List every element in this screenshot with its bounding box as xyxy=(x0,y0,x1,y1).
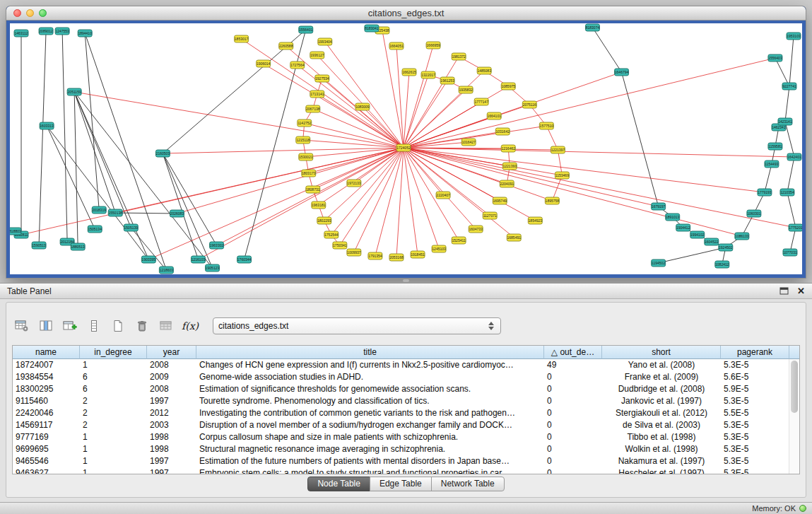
graph-node[interactable]: 1713141 xyxy=(310,90,324,98)
graph-node[interactable]: 8183041 xyxy=(365,25,379,32)
graph-node[interactable]: 1808731 xyxy=(306,186,320,193)
graph-node[interactable]: 1664051 xyxy=(389,42,404,49)
zoom-window-button[interactable] xyxy=(39,9,47,17)
table-row[interactable]: 946362711997Embryonic stem cells: a mode… xyxy=(13,467,799,474)
graph-node[interactable]: 1603313 xyxy=(40,122,54,129)
show-columns-button[interactable] xyxy=(36,317,56,335)
tab-node-table[interactable]: Node Table xyxy=(307,477,370,491)
close-window-button[interactable] xyxy=(13,9,21,17)
graph-node[interactable]: 1760344 xyxy=(237,256,252,263)
network-canvas[interactable]: 1724052185301719060142260588172756419361… xyxy=(10,23,802,274)
graph-node[interactable]: 1642401 xyxy=(787,153,801,160)
graph-node[interactable]: 1695749 xyxy=(493,197,507,204)
graph-node[interactable]: 1221393 xyxy=(502,163,517,170)
graph-node[interactable]: 1077031 xyxy=(783,249,797,256)
graph-node[interactable]: 1662615 xyxy=(402,69,416,76)
graph-node[interactable]: 2160503 xyxy=(155,150,170,157)
table-row[interactable]: 969969511998Structural magnetic resonanc… xyxy=(13,443,799,455)
graph-node[interactable]: 1895758 xyxy=(545,197,559,204)
graph-node[interactable]: 1906014 xyxy=(257,60,271,67)
graph-node[interactable]: 1664101 xyxy=(487,112,501,119)
graph-node[interactable]: 1423141 xyxy=(778,118,792,125)
graph-node[interactable]: 1854923 xyxy=(528,217,542,224)
graph-node[interactable]: 1777147 xyxy=(474,98,488,105)
new-table-button[interactable] xyxy=(108,317,128,335)
function-builder-button[interactable]: f(x) xyxy=(180,317,200,335)
scrollbar-thumb[interactable] xyxy=(791,361,798,413)
graph-node[interactable]: 1247553 xyxy=(55,28,69,35)
graph-node[interactable]: 1221397 xyxy=(551,146,565,153)
graph-node[interactable]: 1550138 xyxy=(108,209,122,216)
graph-node[interactable]: 1927534 xyxy=(315,75,329,82)
graph-node[interactable]: 1646794 xyxy=(615,69,629,76)
table-row[interactable]: 1872400712008Changes of HCN gene express… xyxy=(13,359,799,371)
column-header-year[interactable]: year xyxy=(147,346,196,359)
table-row[interactable]: 977716911998Corpus callosum shape and si… xyxy=(13,431,799,443)
graph-node[interactable]: 1905123 xyxy=(205,264,219,271)
table-selector-dropdown[interactable]: citations_edges.txt xyxy=(213,317,501,334)
graph-node[interactable]: 2026083 xyxy=(170,210,184,217)
table-row[interactable]: 946554611997Estimation of the future num… xyxy=(13,455,799,467)
graph-node[interactable]: 1779193 xyxy=(758,189,772,196)
close-panel-button[interactable]: ✕ xyxy=(797,286,805,296)
graph-node[interactable]: 1590513 xyxy=(32,242,46,249)
table-row[interactable]: 2242004622012Investigating the contribut… xyxy=(13,407,799,419)
graph-node[interactable]: 1009937 xyxy=(347,249,361,256)
column-header-in_degree[interactable]: in_degree xyxy=(80,346,147,359)
table-row[interactable]: 911546021997Tourette syndrome. Phenomeno… xyxy=(13,395,799,407)
graph-node[interactable]: 1604733 xyxy=(469,226,483,233)
graph-node[interactable]: 1245103 xyxy=(432,245,446,252)
graph-node[interactable]: 1752544 xyxy=(324,231,339,238)
table-row[interactable]: 1830029562008Estimation of significance … xyxy=(13,383,799,395)
column-header-short[interactable]: short xyxy=(602,346,721,359)
graph-node[interactable]: 1918451 xyxy=(411,251,425,258)
graph-node[interactable]: 1750341 xyxy=(333,242,347,249)
graph-node[interactable]: 1993404 xyxy=(318,38,332,45)
graph-node[interactable]: 1891013 xyxy=(666,214,680,221)
graph-node[interactable]: 1666959 xyxy=(426,42,440,49)
column-header-pagerank[interactable]: pagerank xyxy=(721,346,789,359)
graph-node[interactable]: 1216103 xyxy=(191,256,205,263)
graph-node[interactable]: 2220407 xyxy=(436,192,450,199)
create-column-button[interactable] xyxy=(60,317,80,335)
graph-node[interactable]: 1924502 xyxy=(719,244,733,251)
column-header-title[interactable]: title xyxy=(196,346,544,359)
graph-node[interactable]: 1935832 xyxy=(459,86,473,93)
graph-node[interactable]: 9227741 xyxy=(782,83,796,90)
graph-node[interactable]: 1679197 xyxy=(652,203,666,210)
minimize-window-button[interactable] xyxy=(26,9,34,17)
graph-node[interactable]: 1791354 xyxy=(368,252,382,259)
table-mode-button[interactable] xyxy=(12,317,32,335)
graph-node[interactable]: 1894410 xyxy=(78,30,92,37)
graph-node[interactable]: 1775201 xyxy=(789,224,802,231)
graph-node[interactable]: 1485083 xyxy=(477,67,491,74)
graph-node[interactable]: 1153469 xyxy=(555,172,569,179)
graph-node[interactable]: 1505139 xyxy=(124,224,138,231)
delete-table-button[interactable] xyxy=(132,317,152,335)
graph-node[interactable]: 1604522 xyxy=(705,238,719,245)
graph-node[interactable]: 2018319 xyxy=(92,206,106,214)
graph-node[interactable]: 1724052 xyxy=(396,144,411,151)
graph-node[interactable]: 1060301 xyxy=(747,210,761,217)
graph-node[interactable]: 1031642 xyxy=(495,128,510,135)
graph-node[interactable]: 1904412 xyxy=(676,224,690,231)
graph-node[interactable]: 1194502 xyxy=(652,259,666,267)
column-list-button[interactable] xyxy=(84,317,104,335)
graph-node[interactable]: 1530021 xyxy=(299,153,313,160)
graph-node[interactable]: 1994102 xyxy=(690,231,705,238)
graph-node[interactable]: 1685491 xyxy=(507,234,521,241)
graph-node[interactable]: 1086133 xyxy=(735,233,749,240)
graph-node[interactable]: 1142752 xyxy=(298,119,312,127)
graph-node[interactable]: 1216462 xyxy=(501,145,515,152)
graph-node[interactable]: 1159581 xyxy=(768,143,782,150)
graph-node[interactable]: 1556401 xyxy=(299,26,313,33)
graph-node[interactable]: 1525411 xyxy=(452,237,466,244)
graph-node[interactable]: 1127071 xyxy=(483,212,497,219)
graph-node[interactable]: 2204091 xyxy=(500,180,514,187)
graph-node[interactable]: 1215118 xyxy=(296,136,310,144)
graph-node[interactable]: 1210354 xyxy=(780,189,794,196)
graph-node[interactable]: 1082412 xyxy=(715,261,729,268)
window-titlebar[interactable]: citations_edges.txt xyxy=(6,6,806,21)
graph-node[interactable]: 2260588 xyxy=(279,42,293,49)
graph-node[interactable]: 2067138 xyxy=(306,105,320,112)
